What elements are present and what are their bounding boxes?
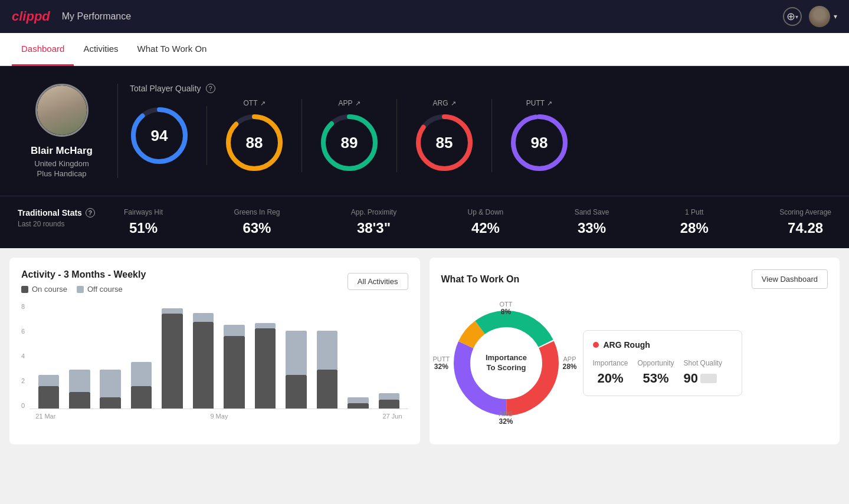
- header-title: My Performance: [62, 11, 131, 22]
- stat-sandsave: Sand Save 33%: [575, 208, 609, 236]
- stat-proximity: App. Proximity 38'3": [351, 208, 396, 236]
- header-left: clippd My Performance: [12, 9, 131, 24]
- arg-arrow-icon: ↗: [451, 100, 456, 107]
- player-avatar-image: [37, 85, 87, 135]
- stat-scoring: Scoring Average 74.28: [779, 208, 831, 236]
- circle-total: 94: [130, 106, 189, 165]
- tab-dashboard[interactable]: Dashboard: [12, 33, 74, 66]
- chart-bars: [29, 303, 408, 409]
- ott-donut-label: OTT 8%: [500, 301, 513, 316]
- activity-panel-header: Activity - 3 Months - Weekly On course O…: [21, 269, 408, 294]
- putt-donut-label: PUTT 32%: [433, 355, 450, 371]
- chart-area: 8 6 4 2 0 21 Mar 9 May 27 Jun: [21, 303, 408, 433]
- all-activities-button[interactable]: All Activities: [348, 273, 408, 290]
- player-handicap: Plus Handicap: [37, 169, 87, 178]
- avatar-image: [809, 6, 830, 27]
- off-course-dot: [77, 286, 84, 293]
- x-axis: 21 Mar 9 May 27 Jun: [29, 409, 408, 420]
- player-name: Blair McHarg: [31, 145, 93, 157]
- ott-arrow-icon: ↗: [260, 100, 265, 107]
- avatar: [809, 6, 830, 27]
- activity-title: Activity - 3 Months - Weekly: [21, 269, 146, 280]
- app-value: 89: [341, 134, 358, 152]
- work-on-panel: What To Work On View Dashboard Importanc: [430, 258, 840, 444]
- bar-group-5: [190, 303, 216, 409]
- traditional-stats-bar: Traditional Stats ? Last 20 rounds Fairw…: [0, 196, 849, 248]
- score-app: APP ↗ 89: [302, 99, 397, 172]
- metric-importance: Importance 20%: [593, 359, 628, 386]
- view-dashboard-button[interactable]: View Dashboard: [752, 269, 828, 289]
- header-right: ⊕ ▾ ▾: [783, 6, 837, 27]
- app-donut-label: APP 28%: [562, 355, 576, 371]
- tab-activities[interactable]: Activities: [74, 33, 127, 66]
- logo: clippd: [12, 9, 50, 24]
- player-country: United Kingdom: [34, 159, 89, 168]
- work-on-panel-header: What To Work On View Dashboard: [441, 269, 828, 289]
- bar-group-8: [283, 303, 309, 409]
- quality-section: Total Player Quality ? 94 OTT ↗: [130, 84, 831, 178]
- add-button[interactable]: ⊕ ▾: [783, 7, 802, 26]
- quality-scores: 94 OTT ↗ 88 AP: [130, 99, 831, 172]
- donut-svg: Importance To Scoring: [441, 298, 571, 428]
- bar-group-9: [314, 303, 340, 409]
- work-on-content: Importance To Scoring OTT 8% APP 28% ARG…: [441, 298, 828, 428]
- bar-group-11: [376, 303, 402, 409]
- total-value: 94: [151, 127, 168, 145]
- stat-oneputt: 1 Putt 28%: [680, 208, 709, 236]
- metric-opportunity: Opportunity 53%: [638, 359, 674, 386]
- bar-group-6: [221, 303, 247, 409]
- stats-label: Traditional Stats ?: [18, 208, 112, 218]
- stats-items: Fairways Hit 51% Greens In Reg 63% App. …: [124, 208, 831, 236]
- bar-group-2: [97, 303, 123, 409]
- stats-label-section: Traditional Stats ? Last 20 rounds: [18, 208, 112, 228]
- user-dropdown-arrow: ▾: [834, 12, 837, 21]
- user-menu[interactable]: ▾: [809, 6, 837, 27]
- on-course-dot: [21, 286, 28, 293]
- donut-chart: Importance To Scoring OTT 8% APP 28% ARG…: [441, 298, 571, 428]
- info-dot: [593, 342, 599, 348]
- circle-app: 89: [320, 113, 379, 172]
- app-arrow-icon: ↗: [355, 100, 360, 107]
- svg-text:Importance: Importance: [485, 353, 526, 362]
- player-avatar: [35, 84, 88, 137]
- work-on-title: What To Work On: [441, 274, 520, 285]
- activity-panel: Activity - 3 Months - Weekly On course O…: [9, 258, 420, 444]
- putt-arrow-icon: ↗: [547, 100, 552, 107]
- stat-fairways: Fairways Hit 51%: [124, 208, 163, 236]
- bar-group-10: [345, 303, 371, 409]
- quality-info-icon[interactable]: ?: [206, 84, 215, 93]
- info-card-title: ARG Rough: [593, 340, 732, 350]
- bar-group-3: [128, 303, 154, 409]
- svg-text:To Scoring: To Scoring: [486, 363, 526, 372]
- ott-label: OTT ↗: [244, 99, 265, 107]
- y-axis: 8 6 4 2 0: [21, 303, 29, 409]
- tab-what-to-work-on[interactable]: What To Work On: [128, 33, 217, 66]
- bar-group-0: [35, 303, 61, 409]
- stats-info-icon[interactable]: ?: [86, 208, 95, 218]
- score-arg: ARG ↗ 85: [397, 99, 492, 172]
- circle-ott: 88: [225, 113, 284, 172]
- score-putt: PUTT ↗ 98: [492, 99, 586, 172]
- arg-label: ARG ↗: [432, 99, 455, 107]
- nav-tabs: Dashboard Activities What To Work On: [0, 33, 849, 66]
- bar-group-7: [252, 303, 278, 409]
- putt-label: PUTT ↗: [526, 99, 552, 107]
- legend-off-course: Off course: [77, 285, 123, 294]
- stat-greens: Greens In Reg 63%: [234, 208, 280, 236]
- legend-on-course: On course: [21, 285, 67, 294]
- metric-shot-quality: Shot Quality 90: [684, 359, 722, 386]
- arg-donut-label: ARG 32%: [499, 410, 513, 426]
- quality-label: Total Player Quality ?: [130, 84, 831, 93]
- circle-arg: 85: [415, 113, 474, 172]
- bar-group-1: [67, 303, 93, 409]
- stats-sublabel: Last 20 rounds: [18, 220, 112, 228]
- info-card: ARG Rough Importance 20% Opportunity 53%…: [583, 330, 742, 396]
- hero-section: Blair McHarg United Kingdom Plus Handica…: [0, 66, 849, 196]
- info-card-metrics: Importance 20% Opportunity 53% Shot Qual…: [593, 359, 732, 386]
- putt-value: 98: [531, 134, 548, 152]
- bar-group-4: [159, 303, 185, 409]
- stat-updown: Up & Down 42%: [468, 208, 504, 236]
- app-label: APP ↗: [338, 99, 360, 107]
- ott-value: 88: [246, 134, 263, 152]
- bottom-panels: Activity - 3 Months - Weekly On course O…: [0, 248, 849, 454]
